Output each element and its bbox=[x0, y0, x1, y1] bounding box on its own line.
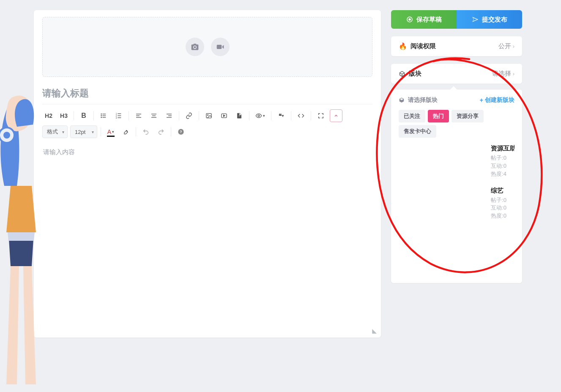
chevron-right-icon: › bbox=[513, 71, 514, 77]
forum-item-name: 综艺 bbox=[491, 187, 514, 195]
editor-toolbar: H2 H3 B 123 bbox=[42, 104, 372, 140]
svg-point-24 bbox=[258, 115, 260, 117]
forum-item-meta: 帖子:0 互动:0 热度:0 bbox=[491, 196, 514, 220]
svg-rect-19 bbox=[168, 115, 172, 116]
ordered-list-button[interactable]: 123 bbox=[112, 109, 125, 122]
text-color-button[interactable]: A▾ bbox=[104, 125, 117, 138]
forum-item-meta: 帖子:0 互动:0 热度:4 bbox=[491, 154, 514, 178]
link-button[interactable] bbox=[183, 109, 195, 122]
visibility-button[interactable]: ▾ bbox=[253, 109, 268, 122]
svg-rect-5 bbox=[102, 117, 106, 117]
svg-rect-14 bbox=[136, 117, 141, 117]
tab-followed[interactable]: 已关注 bbox=[399, 110, 425, 122]
forum-item[interactable]: 综艺 帖子:0 互动:0 热度:0 bbox=[491, 184, 514, 226]
bold-button[interactable]: B bbox=[77, 109, 90, 122]
insert-image-button[interactable] bbox=[203, 109, 215, 122]
svg-point-0 bbox=[101, 114, 102, 115]
forum-list[interactable]: 资源互助 帖子:0 互动:0 热度:4 综艺 帖子:0 互动:0 bbox=[399, 142, 514, 277]
post-editor-card: H2 H3 B 123 bbox=[34, 10, 381, 338]
align-center-button[interactable] bbox=[148, 109, 160, 122]
tab-hot[interactable]: 热门 bbox=[428, 110, 449, 122]
panel-title: 请选择版块 bbox=[408, 96, 438, 104]
svg-rect-1 bbox=[102, 114, 106, 114]
svg-rect-16 bbox=[152, 115, 156, 116]
content-editor[interactable]: 请输入内容 bbox=[42, 140, 372, 326]
video-icon bbox=[216, 43, 224, 51]
svg-rect-9 bbox=[118, 115, 121, 116]
svg-rect-18 bbox=[167, 114, 172, 114]
forum-item[interactable]: 资源互助 帖子:0 互动:0 热度:4 bbox=[491, 142, 514, 184]
redo-button[interactable] bbox=[155, 125, 167, 138]
svg-rect-20 bbox=[167, 117, 172, 117]
bullet-list-button[interactable] bbox=[97, 109, 110, 122]
fontsize-select[interactable]: 12pt bbox=[70, 125, 97, 138]
align-right-button[interactable] bbox=[163, 109, 175, 122]
forum-picker-panel: 请选择版块 + 创建新版块 已关注 热门 资源分享 售发卡中心 bbox=[391, 90, 522, 283]
add-photo-button[interactable] bbox=[186, 38, 204, 56]
heading3-button[interactable]: H3 bbox=[57, 109, 70, 122]
svg-point-28 bbox=[409, 19, 410, 20]
cube-icon bbox=[399, 97, 405, 103]
format-select[interactable]: 格式 bbox=[42, 125, 68, 138]
svg-point-22 bbox=[208, 114, 208, 115]
forum-label: 版块 bbox=[409, 70, 421, 78]
svg-point-4 bbox=[101, 117, 102, 118]
help-button[interactable]: ? bbox=[175, 125, 187, 138]
align-left-button[interactable] bbox=[132, 109, 145, 122]
svg-rect-7 bbox=[118, 114, 121, 114]
forum-item-name: 资源互助 bbox=[491, 144, 514, 152]
chevron-right-icon: › bbox=[513, 44, 514, 49]
tab-resources[interactable]: 资源分享 bbox=[452, 110, 484, 122]
save-icon bbox=[406, 16, 413, 23]
undo-button[interactable] bbox=[140, 125, 152, 138]
svg-rect-12 bbox=[136, 114, 141, 114]
svg-rect-17 bbox=[151, 117, 156, 117]
insert-embed-button[interactable] bbox=[218, 109, 230, 122]
cube-icon bbox=[399, 71, 405, 77]
fire-icon: 🔥 bbox=[399, 42, 407, 50]
content-placeholder-text: 请输入内容 bbox=[43, 148, 75, 155]
svg-rect-13 bbox=[136, 115, 140, 116]
media-upload-zone bbox=[42, 17, 372, 77]
svg-text:3: 3 bbox=[116, 117, 117, 119]
forum-tabs: 已关注 热门 资源分享 售发卡中心 bbox=[399, 110, 514, 138]
read-perm-value: 公开 bbox=[498, 42, 511, 50]
insert-file-button[interactable] bbox=[233, 109, 246, 122]
blockquote-button[interactable]: ❝ ▾ bbox=[275, 109, 287, 122]
save-draft-button[interactable]: 保存草稿 bbox=[391, 10, 457, 29]
clear-format-button[interactable] bbox=[120, 125, 132, 138]
create-forum-button[interactable]: + 创建新版块 bbox=[480, 96, 514, 104]
svg-rect-11 bbox=[118, 117, 121, 118]
svg-rect-3 bbox=[102, 115, 106, 116]
heading2-button[interactable]: H2 bbox=[42, 109, 55, 122]
read-permission-row[interactable]: 🔥 阅读权限 公开 › bbox=[391, 36, 522, 56]
forum-value: 请选择 bbox=[492, 70, 511, 78]
collapse-toolbar-button[interactable] bbox=[330, 109, 342, 122]
code-button[interactable] bbox=[295, 109, 307, 122]
forum-select-row[interactable]: 版块 请选择 › bbox=[391, 64, 522, 84]
read-perm-label: 阅读权限 bbox=[410, 42, 436, 50]
resize-grip-icon[interactable]: ◢ bbox=[372, 327, 377, 334]
add-video-button[interactable] bbox=[211, 38, 230, 56]
fullscreen-button[interactable] bbox=[315, 109, 327, 122]
svg-point-2 bbox=[101, 115, 102, 117]
action-buttons: 保存草稿 提交发布 bbox=[391, 10, 522, 29]
tab-card-center[interactable]: 售发卡中心 bbox=[399, 125, 436, 138]
send-icon bbox=[472, 16, 479, 23]
camera-icon bbox=[191, 43, 199, 51]
title-input[interactable] bbox=[42, 86, 372, 104]
plus-icon: + bbox=[480, 97, 483, 103]
svg-rect-15 bbox=[151, 114, 156, 114]
svg-text:?: ? bbox=[180, 130, 182, 134]
publish-button[interactable]: 提交发布 bbox=[457, 10, 522, 29]
